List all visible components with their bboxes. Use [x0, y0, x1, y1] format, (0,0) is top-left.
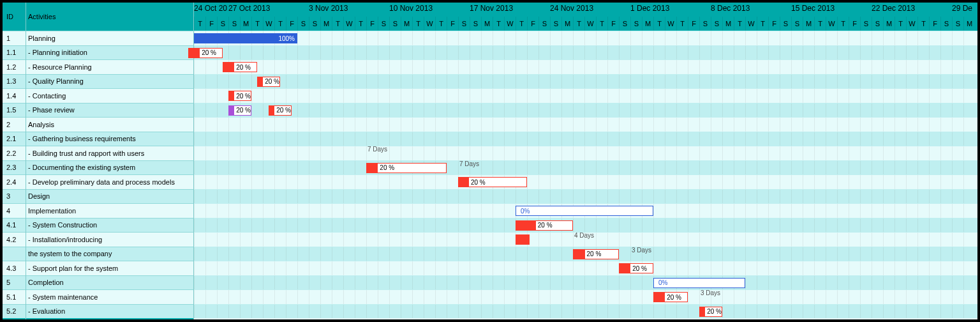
- gantt-bar[interactable]: 20 %: [366, 163, 447, 173]
- gantt-bar[interactable]: 20 %: [458, 177, 527, 187]
- task-row[interactable]: 4.3 - Support plan for the system: [3, 261, 194, 275]
- task-row[interactable]: 1Planning: [3, 31, 194, 45]
- task-row[interactable]: 4.2 - Installation/introducing: [3, 232, 194, 247]
- gantt-chart[interactable]: ID Activities 1Planning1.1 - Planning in…: [3, 3, 977, 319]
- timeline-row[interactable]: [194, 189, 977, 204]
- task-list-panel: ID Activities 1Planning1.1 - Planning in…: [3, 3, 194, 319]
- task-name: - Installation/introducing: [26, 236, 102, 243]
- day-letter: S: [630, 17, 642, 31]
- timeline-row[interactable]: 20 %: [194, 45, 977, 60]
- task-row[interactable]: 1.4 - Contacting: [3, 88, 194, 103]
- task-name: - Phase review: [26, 106, 75, 114]
- day-letter: T: [435, 17, 447, 31]
- week-label: 10 Nov 2013: [389, 4, 433, 13]
- timeline-row[interactable]: 20 %: [194, 174, 977, 189]
- task-name: Design: [26, 192, 50, 200]
- timeline-row[interactable]: 20 %: [194, 218, 977, 233]
- task-row[interactable]: 1.1 - Planning initiation: [3, 45, 194, 60]
- timeline-row[interactable]: 20 %3 Days: [194, 247, 977, 261]
- gantt-bar[interactable]: 20 %: [573, 249, 619, 259]
- timeline-row[interactable]: 7 Days: [194, 146, 977, 160]
- bar-label: 20 %: [536, 222, 553, 229]
- task-row[interactable]: 4Implementation: [3, 203, 194, 218]
- task-row[interactable]: 5.1 - System maintenance: [3, 289, 194, 304]
- task-id: 2.4: [3, 178, 26, 186]
- timeline-row[interactable]: 4 Days: [194, 232, 977, 247]
- gantt-bar[interactable]: 20 %: [223, 62, 257, 72]
- timeline-row[interactable]: 20 %: [194, 261, 977, 275]
- timeline-row[interactable]: 20 %3 Days: [194, 289, 977, 304]
- gantt-bar[interactable]: 20 %: [228, 91, 251, 101]
- gantt-bar[interactable]: 0%: [516, 206, 653, 216]
- task-row[interactable]: 1.2 - Resource Planning: [3, 59, 194, 74]
- day-letter: F: [688, 17, 699, 31]
- gantt-bar[interactable]: 20 %: [188, 48, 223, 58]
- day-letter: F: [607, 17, 619, 31]
- task-row[interactable]: 3Design: [3, 189, 194, 204]
- gantt-bar[interactable]: [516, 234, 530, 245]
- bar-progress-fill: [620, 264, 630, 273]
- day-letter: S: [940, 17, 952, 31]
- day-letter: S: [389, 17, 401, 31]
- gantt-bar[interactable]: 20 %: [269, 105, 292, 116]
- task-row[interactable]: 1.3 - Quality Planning: [3, 74, 194, 89]
- task-row[interactable]: 1.5 - Phase review: [3, 103, 194, 118]
- timeline-row[interactable]: 20 %20 %: [194, 103, 977, 118]
- task-name: - Support plan for the system: [26, 264, 118, 272]
- timeline-row[interactable]: 100%: [194, 31, 977, 45]
- day-letter: F: [849, 17, 860, 31]
- bar-label: 20 %: [469, 179, 486, 186]
- timeline-row[interactable]: 0%: [194, 203, 977, 218]
- timeline-row[interactable]: 0%: [194, 275, 977, 290]
- day-letter: F: [447, 17, 458, 31]
- timeline-row[interactable]: 20 %7 Days: [194, 160, 977, 175]
- gantt-bar[interactable]: 20 %: [699, 307, 722, 317]
- gantt-bar[interactable]: 20 %: [619, 263, 653, 273]
- bar-label: 100%: [276, 35, 295, 42]
- task-row[interactable]: the system to the company: [3, 247, 194, 261]
- task-row[interactable]: 5Completion: [3, 275, 194, 290]
- timeline-row[interactable]: 20 %: [194, 88, 977, 103]
- gantt-bar[interactable]: 20 %: [516, 220, 573, 231]
- task-row[interactable]: 4.1 - System Construction: [3, 218, 194, 233]
- day-letter: S: [309, 17, 320, 31]
- task-name: - Develop preliminary data and process m…: [26, 178, 175, 186]
- gantt-bar[interactable]: 20 %: [257, 77, 280, 87]
- task-row[interactable]: 2.2 - Building trust and rapport with us…: [3, 146, 194, 160]
- timeline-row[interactable]: [194, 117, 977, 132]
- day-letter: W: [343, 17, 355, 31]
- task-name: - Evaluation: [26, 307, 65, 315]
- bar-label: 20 %: [665, 294, 681, 301]
- task-row[interactable]: 2.3 - Documenting the existing system: [3, 160, 194, 175]
- timeline-row[interactable]: 20 %: [194, 74, 977, 89]
- day-letter: M: [401, 17, 412, 31]
- day-letter: T: [412, 17, 424, 31]
- week-label: 24 Nov 2013: [550, 4, 593, 13]
- gantt-bar[interactable]: 100%: [194, 33, 297, 43]
- timeline-row[interactable]: 20 %: [194, 59, 977, 74]
- task-row[interactable]: 2.1 - Gathering business requirements: [3, 132, 194, 146]
- timeline-row[interactable]: [194, 132, 977, 146]
- task-row[interactable]: 5.2 - Evaluation: [3, 304, 194, 319]
- task-id: 1.1: [3, 49, 26, 56]
- task-row[interactable]: 2.4 - Develop preliminary data and proce…: [3, 174, 194, 189]
- gantt-bar[interactable]: 0%: [653, 278, 745, 288]
- gantt-bar[interactable]: 20 %: [228, 105, 251, 116]
- gantt-bar[interactable]: 20 %: [653, 292, 688, 302]
- week-label: 24 Oct 20: [194, 4, 227, 13]
- task-id: 2.1: [3, 135, 26, 142]
- header-id: ID: [3, 13, 26, 20]
- timeline-row[interactable]: 20 %: [194, 304, 977, 319]
- task-row[interactable]: 2Analysis: [3, 117, 194, 132]
- gantt-frame: ID Activities 1Planning1.1 - Planning in…: [0, 0, 980, 322]
- bar-progress-fill: [367, 164, 378, 172]
- day-letter: T: [274, 17, 286, 31]
- week-label: 3 Nov 2013: [309, 4, 348, 13]
- task-list-header: ID Activities: [3, 3, 194, 31]
- day-letter: M: [561, 17, 573, 31]
- bar-label: 20 %: [378, 164, 394, 171]
- bar-label: 0%: [519, 208, 530, 215]
- day-letter: S: [550, 17, 561, 31]
- timeline-panel[interactable]: 24 Oct 2027 Oct 20133 Nov 201310 Nov 201…: [194, 3, 977, 319]
- task-name: - Resource Planning: [26, 63, 92, 71]
